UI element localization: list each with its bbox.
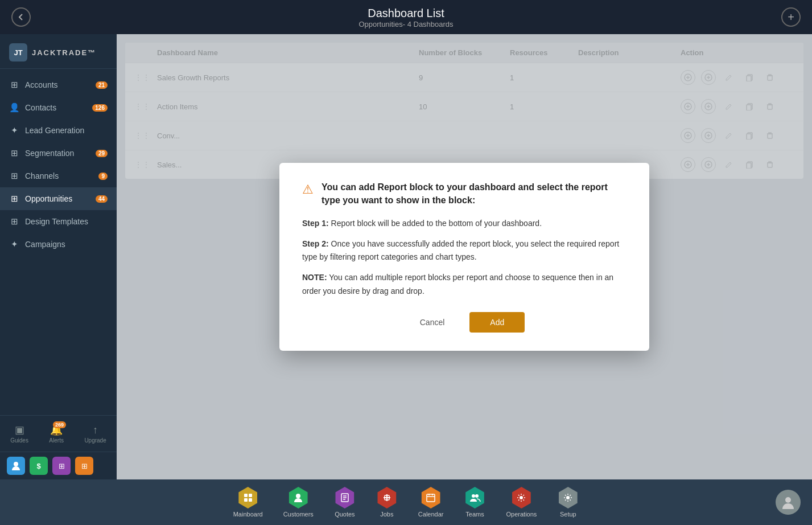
main-layout: JT JACKTRADE™ ⊞ Accounts 21 👤 Contacts 1… — [0, 34, 812, 479]
user-avatar[interactable] — [776, 490, 801, 515]
sidebar-item-accounts[interactable]: ⊞ Accounts 21 — [0, 73, 117, 96]
svg-point-0 — [14, 462, 18, 466]
mainboard-label: Mainboard — [233, 511, 263, 518]
lead-gen-icon: ✦ — [9, 125, 19, 136]
modal-step1: Step 1: Report block will be added to th… — [302, 217, 626, 231]
modal-dialog: ⚠ You can add Report block to your dashb… — [279, 163, 649, 351]
bottom-nav-jobs[interactable]: Jobs — [366, 482, 408, 522]
sidebar-item-label: Accounts — [25, 80, 90, 89]
add-dashboard-button[interactable]: + — [781, 7, 801, 27]
setup-label: Setup — [560, 511, 576, 518]
alerts-button[interactable]: 🔔 269 Alerts — [44, 421, 68, 446]
opportunities-icon: ⊞ — [9, 194, 19, 204]
teams-icon — [464, 487, 486, 508]
operations-label: Operations — [506, 511, 537, 518]
bottom-nav-operations[interactable]: Operations — [496, 482, 547, 522]
bottom-nav-calendar[interactable]: Calendar — [408, 482, 454, 522]
bottom-nav-teams[interactable]: Teams — [454, 482, 496, 522]
add-button[interactable]: Add — [469, 312, 525, 333]
sidebar-bottom: ▣ Guides 🔔 269 Alerts ↑ Upgrade — [0, 415, 117, 452]
bottom-nav-quotes[interactable]: Quotes — [324, 482, 366, 522]
sidebar-item-lead-generation[interactable]: ✦ Lead Generation — [0, 119, 117, 142]
modal-overlay: ⚠ You can add Report block to your dashb… — [117, 34, 812, 479]
avatar-2[interactable]: $ — [30, 457, 48, 475]
sidebar-item-label: Campaigns — [25, 240, 108, 249]
design-templates-icon: ⊞ — [9, 216, 19, 227]
step1-text: Report block will be added to the bottom… — [331, 219, 542, 228]
accounts-icon: ⊞ — [9, 80, 19, 90]
channels-icon: ⊞ — [9, 171, 19, 181]
sidebar-item-channels[interactable]: ⊞ Channels 9 — [0, 165, 117, 187]
nav-items: ⊞ Accounts 21 👤 Contacts 126 ✦ Lead Gene… — [0, 69, 117, 415]
svg-rect-38 — [249, 494, 252, 497]
svg-point-52 — [475, 494, 479, 498]
modal-header: ⚠ You can add Report block to your dashb… — [302, 181, 626, 207]
mainboard-icon — [237, 487, 259, 508]
calendar-icon — [420, 487, 442, 508]
contacts-icon: 👤 — [9, 102, 19, 113]
svg-rect-37 — [244, 494, 248, 497]
step1-label: Step 1: — [302, 219, 329, 228]
bottom-nav: Mainboard Customers Quotes Jobs Calendar — [0, 479, 812, 525]
back-button[interactable] — [11, 7, 31, 27]
svg-point-55 — [785, 497, 791, 503]
svg-rect-47 — [427, 494, 435, 502]
avatar-1[interactable] — [7, 457, 25, 475]
channels-badge: 9 — [98, 173, 108, 180]
sidebar-item-contacts[interactable]: 👤 Contacts 126 — [0, 96, 117, 119]
logo-icon: JT — [9, 43, 27, 61]
content-area: Dashboard Name Number of Blocks Resource… — [117, 34, 812, 479]
bottom-nav-items: Mainboard Customers Quotes Jobs Calendar — [223, 482, 590, 522]
avatar-4[interactable]: ⊞ — [75, 457, 93, 475]
step2-text: Once you have successfully added the rep… — [302, 239, 619, 262]
modal-actions: Cancel Add — [302, 312, 626, 333]
sidebar-item-campaigns[interactable]: ✦ Campaigns — [0, 233, 117, 256]
guides-icon: ▣ — [15, 424, 24, 436]
sidebar-item-label: Lead Generation — [25, 126, 108, 135]
bottom-nav-mainboard[interactable]: Mainboard — [223, 482, 273, 522]
upgrade-icon: ↑ — [93, 424, 98, 436]
sidebar-item-opportunities[interactable]: ⊞ Opportunities 44 — [0, 187, 117, 210]
avatar-3[interactable]: ⊞ — [52, 457, 71, 475]
step2-label: Step 2: — [302, 239, 329, 248]
page-subtitle: Opportunities- 4 Dashboards — [358, 20, 453, 28]
modal-body: Step 1: Report block will be added to th… — [302, 217, 626, 298]
warning-icon: ⚠ — [302, 182, 314, 197]
modal-note: NOTE: You can add multiple report blocks… — [302, 271, 626, 298]
opportunities-badge: 44 — [96, 195, 108, 203]
svg-rect-40 — [249, 498, 252, 502]
guides-label: Guides — [10, 437, 28, 444]
guides-button[interactable]: ▣ Guides — [6, 421, 33, 446]
svg-rect-39 — [244, 498, 248, 502]
svg-point-41 — [296, 494, 300, 498]
segmentation-icon: ⊞ — [9, 148, 19, 158]
page-title: Dashboard List — [358, 6, 453, 20]
segmentation-badge: 29 — [96, 150, 108, 157]
cancel-button[interactable]: Cancel — [404, 312, 461, 333]
jobs-icon — [376, 487, 398, 508]
quotes-icon — [334, 487, 356, 508]
customers-icon — [287, 487, 309, 508]
sidebar-item-label: Channels — [25, 171, 93, 181]
bottom-nav-setup[interactable]: Setup — [547, 482, 589, 522]
sidebar-item-segmentation[interactable]: ⊞ Segmentation 29 — [0, 142, 117, 165]
sidebar-avatars: $ ⊞ ⊞ — [0, 452, 117, 479]
note-label: NOTE: — [302, 273, 327, 282]
sidebar-item-label: Contacts — [25, 103, 86, 112]
quotes-label: Quotes — [335, 511, 355, 518]
sidebar-item-label: Opportunities — [25, 194, 90, 203]
customers-label: Customers — [283, 511, 314, 518]
svg-point-51 — [472, 494, 475, 498]
upgrade-label: Upgrade — [84, 437, 106, 444]
bottom-nav-customers[interactable]: Customers — [273, 482, 324, 522]
accounts-badge: 21 — [96, 81, 108, 89]
modal-step2: Step 2: Once you have successfully added… — [302, 237, 626, 265]
calendar-label: Calendar — [418, 511, 444, 518]
sidebar-item-design-templates[interactable]: ⊞ Design Templates — [0, 210, 117, 233]
contacts-badge: 126 — [92, 104, 108, 112]
upgrade-button[interactable]: ↑ Upgrade — [80, 422, 110, 446]
campaigns-icon: ✦ — [9, 239, 19, 249]
alerts-label: Alerts — [49, 437, 64, 444]
svg-point-54 — [566, 496, 570, 499]
logo-text: JACKTRADE™ — [32, 48, 96, 57]
